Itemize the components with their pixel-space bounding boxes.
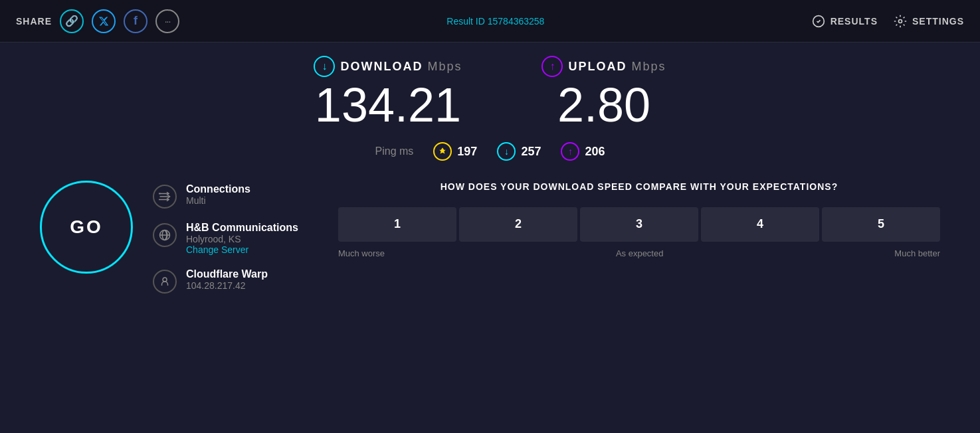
- server-location: Holyrood, KS: [186, 234, 298, 244]
- go-label: GO: [70, 217, 103, 238]
- ping-label: Ping ms: [375, 145, 414, 157]
- share-label: SHARE: [16, 16, 52, 27]
- download-label: DOWNLOAD Mbps: [340, 60, 462, 74]
- result-id-section: Result ID 15784363258: [446, 16, 544, 27]
- download-ms-value: 257: [521, 145, 541, 159]
- jitter-icon: [433, 142, 452, 161]
- server-icon: [153, 223, 177, 247]
- upload-ms-icon: ↑: [561, 142, 579, 161]
- bottom-section: GO Connections: [0, 181, 980, 294]
- upload-value: 2.80: [557, 81, 650, 129]
- header-right: RESULTS SETTINGS: [812, 15, 964, 28]
- label-much-better: Much better: [894, 248, 940, 258]
- rating-button-2[interactable]: 2: [459, 207, 577, 242]
- result-id-value[interactable]: 15784363258: [488, 16, 545, 27]
- vpn-icon: [153, 270, 177, 294]
- download-ms-icon: ↓: [497, 142, 516, 161]
- connections-value: Multi: [186, 195, 250, 206]
- connections-title: Connections: [186, 183, 250, 195]
- rating-buttons: 1 2 3 4 5: [338, 207, 940, 242]
- connections-icon: [153, 185, 177, 209]
- more-share-button[interactable]: ···: [155, 9, 179, 33]
- upload-ms-value: 206: [585, 145, 605, 159]
- jitter-value: 197: [457, 145, 477, 159]
- rating-button-4[interactable]: 4: [701, 207, 819, 242]
- vpn-item: Cloudflare Warp 104.28.217.42: [153, 268, 298, 294]
- results-label: RESULTS: [831, 16, 878, 27]
- link-share-button[interactable]: 🔗: [60, 9, 84, 33]
- download-icon: ↓: [314, 56, 335, 77]
- facebook-share-button[interactable]: f: [124, 9, 147, 33]
- header-left: SHARE 🔗 f ···: [16, 9, 179, 33]
- rating-button-1[interactable]: 1: [338, 207, 456, 242]
- main-content: ↓ DOWNLOAD Mbps 134.21 ↑ UPLOAD Mbps 2.8…: [0, 43, 980, 294]
- server-title: H&B Communications: [186, 222, 298, 234]
- connections-item: Connections Multi: [153, 183, 298, 209]
- change-server-link[interactable]: Change Server: [186, 244, 298, 255]
- settings-label: SETTINGS: [912, 16, 964, 27]
- upload-icon: ↑: [541, 56, 563, 77]
- info-list: Connections Multi H&B Commun: [153, 181, 298, 294]
- rating-button-3[interactable]: 3: [580, 207, 698, 242]
- vpn-ip: 104.28.217.42: [186, 280, 268, 291]
- download-ms-item: ↓ 257: [497, 142, 541, 161]
- ping-row: Ping ms 197 ↓ 257 ↑ 206: [375, 142, 605, 161]
- result-id-prefix: Result ID: [446, 16, 487, 27]
- svg-point-9: [163, 278, 167, 282]
- vpn-title: Cloudflare Warp: [186, 268, 268, 280]
- upload-label: UPLOAD Mbps: [568, 60, 666, 74]
- label-as-expected: As expected: [616, 248, 664, 258]
- header: SHARE 🔗 f ··· Result ID 15784363258 RESU…: [0, 0, 980, 43]
- settings-button[interactable]: SETTINGS: [894, 15, 964, 28]
- download-block: ↓ DOWNLOAD Mbps 134.21: [314, 56, 462, 129]
- svg-point-1: [898, 19, 902, 23]
- rating-labels: Much worse As expected Much better: [338, 248, 940, 258]
- jitter-item: 197: [433, 142, 477, 161]
- rating-button-5[interactable]: 5: [822, 207, 940, 242]
- server-item: H&B Communications Holyrood, KS Change S…: [153, 222, 298, 255]
- upload-block: ↑ UPLOAD Mbps 2.80: [541, 56, 666, 129]
- comparison-section: HOW DOES YOUR DOWNLOAD SPEED COMPARE WIT…: [325, 181, 940, 258]
- comparison-question: HOW DOES YOUR DOWNLOAD SPEED COMPARE WIT…: [338, 181, 940, 194]
- go-button[interactable]: GO: [40, 181, 133, 274]
- speeds-section: ↓ DOWNLOAD Mbps 134.21 ↑ UPLOAD Mbps 2.8…: [314, 56, 666, 129]
- results-button[interactable]: RESULTS: [812, 15, 878, 28]
- label-much-worse: Much worse: [338, 248, 385, 258]
- twitter-share-button[interactable]: [92, 9, 116, 33]
- left-panel: GO Connections: [40, 181, 298, 294]
- download-value: 134.21: [315, 81, 461, 129]
- upload-ms-item: ↑ 206: [561, 142, 605, 161]
